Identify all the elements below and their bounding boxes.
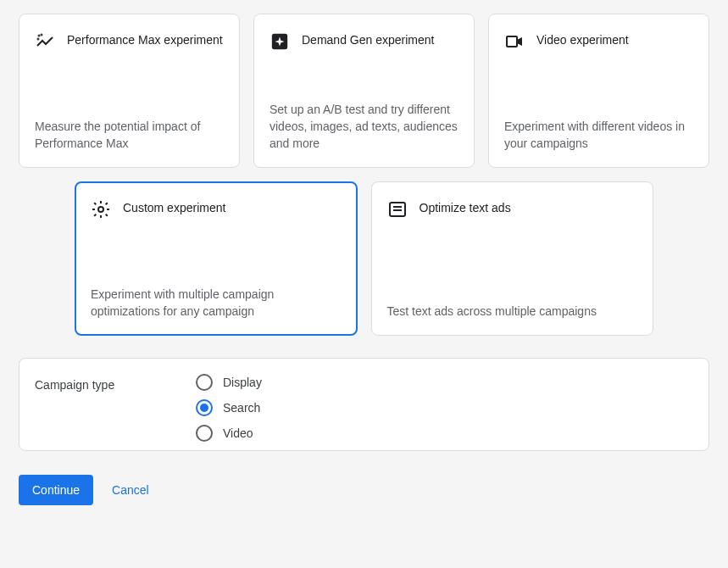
radio-icon — [196, 399, 213, 416]
card-title: Video experiment — [536, 31, 629, 48]
campaign-type-label: Campaign type — [35, 374, 162, 392]
campaign-type-radio-group: Display Search Video — [196, 374, 262, 442]
continue-button[interactable]: Continue — [19, 475, 93, 505]
campaign-type-panel: Campaign type Display Search Video — [19, 358, 709, 451]
radio-search[interactable]: Search — [196, 399, 262, 416]
card-description: Experiment with different videos in your… — [504, 118, 693, 152]
radio-icon — [196, 425, 213, 442]
svg-point-1 — [38, 39, 39, 40]
card-title: Demand Gen experiment — [302, 31, 434, 48]
radio-icon — [196, 374, 213, 391]
radio-display[interactable]: Display — [196, 374, 262, 391]
text-ads-icon — [387, 199, 408, 220]
radio-label: Display — [223, 376, 262, 389]
card-description: Experiment with multiple campaign optimi… — [91, 286, 342, 320]
card-custom-experiment[interactable]: Custom experiment Experiment with multip… — [75, 181, 358, 336]
radio-label: Search — [223, 401, 260, 415]
card-title: Custom experiment — [123, 199, 225, 216]
card-title: Performance Max experiment — [67, 31, 223, 48]
card-optimize-text-ads[interactable]: Optimize text ads Test text ads across m… — [371, 181, 654, 336]
card-demand-gen-experiment[interactable]: Demand Gen experiment Set up an A/B test… — [253, 14, 475, 168]
svg-point-5 — [98, 207, 103, 212]
svg-point-2 — [42, 35, 42, 36]
card-video-experiment[interactable]: Video experiment Experiment with differe… — [488, 14, 709, 168]
sparkle-icon — [270, 31, 290, 52]
card-title: Optimize text ads — [420, 199, 511, 216]
trend-icon — [35, 31, 55, 52]
svg-point-0 — [39, 36, 40, 36]
card-description: Set up an A/B test and try different vid… — [270, 101, 458, 152]
gear-icon — [91, 199, 111, 220]
card-pmax-experiment[interactable]: Performance Max experiment Measure the p… — [19, 14, 240, 168]
svg-rect-4 — [507, 36, 517, 47]
card-description: Measure the potential impact of Performa… — [35, 118, 224, 152]
radio-video[interactable]: Video — [196, 425, 262, 442]
video-icon — [504, 31, 525, 52]
radio-label: Video — [223, 426, 253, 440]
card-description: Test text ads across multiple campaigns — [387, 303, 638, 320]
cancel-button[interactable]: Cancel — [112, 483, 149, 497]
